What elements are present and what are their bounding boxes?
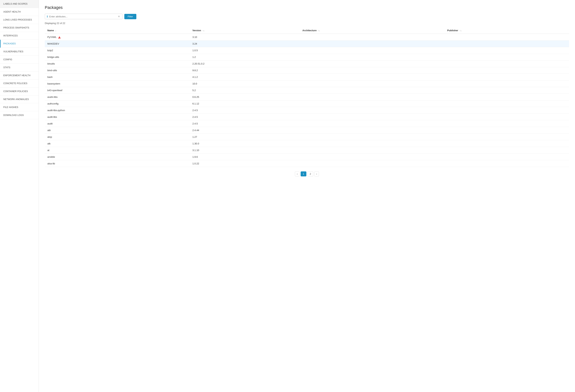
col-version[interactable]: Version ↑↓ (190, 27, 300, 34)
table-row[interactable]: attr2.4.44 (45, 127, 569, 134)
cell-architecture (300, 94, 445, 100)
sidebar-item-stats[interactable]: STATS (0, 64, 39, 71)
pagination: ‹ 1 2 › (45, 171, 569, 176)
sidebar-item-agent-health[interactable]: AGENT HEALTH (0, 8, 39, 16)
cell-publisher (445, 54, 569, 60)
filter-input[interactable] (49, 15, 118, 18)
table-row[interactable]: atop1.27 (45, 134, 569, 140)
cell-publisher (445, 107, 569, 114)
page-title: Packages (45, 5, 569, 10)
cell-name: atk (45, 140, 190, 147)
cell-name: audit-libs-python (45, 107, 190, 114)
table-row[interactable]: authconfig6.1.12 (45, 100, 569, 107)
table-row[interactable]: MAKEDEV3.24 (45, 41, 569, 47)
sidebar-item-long-lived-processes[interactable]: LONG LIVED PROCESSES (0, 16, 39, 24)
table-row[interactable]: avahi-libs0.6.25 (45, 94, 569, 100)
sidebar-item-packages[interactable]: PACKAGES (0, 40, 39, 48)
cell-name: ansible (45, 154, 190, 160)
table-row[interactable]: bash4.1.2 (45, 74, 569, 80)
table-row[interactable]: bridge-utils1.2 (45, 54, 569, 60)
cell-publisher (445, 67, 569, 74)
cell-version: 5.2 (190, 87, 300, 94)
cell-publisher (445, 87, 569, 94)
sidebar-item-config[interactable]: CONFIG (0, 56, 39, 64)
cell-publisher (445, 80, 569, 87)
col-name[interactable]: Name ↓ (45, 27, 190, 34)
table-row[interactable]: audit-libs2.4.5 (45, 114, 569, 120)
table-row[interactable]: b43-openfwwf5.2 (45, 87, 569, 94)
sidebar-item-concrete-policies[interactable]: CONCRETE POLICIES (0, 79, 39, 88)
col-architecture[interactable]: Architecture ↑↓ (300, 27, 445, 34)
cell-name: alsa-lib (45, 160, 190, 167)
table-row[interactable]: audit-libs-python2.4.5 (45, 107, 569, 114)
table-row[interactable]: at3.1.10 (45, 147, 569, 154)
cell-architecture (300, 140, 445, 147)
pagination-page-1[interactable]: 1 (301, 171, 306, 176)
cell-architecture (300, 107, 445, 114)
pagination-prev[interactable]: ‹ (295, 171, 299, 176)
sidebar-item-network-anomalies[interactable]: NETWORK ANOMALIES (0, 95, 39, 103)
cell-name: bind-utils (45, 67, 190, 74)
cell-architecture (300, 60, 445, 67)
table-row[interactable]: audit2.4.5 (45, 120, 569, 127)
pagination-next[interactable]: › (314, 171, 319, 176)
sidebar-item-file-hashes[interactable]: FILE HASHES (0, 103, 39, 111)
cell-name: bzip2 (45, 47, 190, 54)
cell-architecture (300, 100, 445, 107)
table-row[interactable]: binutils2.20.51.0.2 (45, 60, 569, 67)
cell-architecture (300, 74, 445, 80)
cell-name: basesystem (45, 80, 190, 87)
cell-version: 1.2 (190, 54, 300, 60)
cell-name: audit (45, 120, 190, 127)
cell-name: audit-libs (45, 114, 190, 120)
cell-publisher (445, 127, 569, 134)
cell-publisher (445, 60, 569, 67)
filter-button[interactable]: Filter (124, 14, 136, 19)
cell-name: atop (45, 134, 190, 140)
display-count: Displaying 22 of 22 (45, 22, 569, 24)
sidebar-item-interfaces[interactable]: INTERFACES (0, 32, 39, 40)
cell-architecture (300, 41, 445, 47)
info-icon: ℹ (47, 15, 48, 18)
cell-architecture (300, 160, 445, 167)
filter-clear-button[interactable]: ✕ (118, 15, 120, 18)
cell-publisher (445, 147, 569, 154)
cell-name: at (45, 147, 190, 154)
table-row[interactable]: bzip21.0.5 (45, 47, 569, 54)
sidebar-item-enforcement-health[interactable]: ENFORCEMENT HEALTH (0, 71, 39, 79)
cell-version: 1.27 (190, 134, 300, 140)
cell-version: 1.0.22 (190, 160, 300, 167)
table-row[interactable]: alsa-lib1.0.22 (45, 160, 569, 167)
sidebar-item-process-snapshots[interactable]: PROCESS SNAPSHOTS (0, 24, 39, 32)
sidebar-item-download-logs[interactable]: DOWNLOAD LOGS (0, 111, 39, 119)
cell-version: 0.6.25 (190, 94, 300, 100)
table-row[interactable]: PyYAML3.10 (45, 34, 569, 41)
filter-bar: ℹ ✕ Filter (45, 14, 569, 19)
col-publisher[interactable]: Publisher ↑↓ (445, 27, 569, 34)
cell-name: attr (45, 127, 190, 134)
cell-publisher (445, 47, 569, 54)
cell-architecture (300, 127, 445, 134)
table-row[interactable]: ansible1.9.6 (45, 154, 569, 160)
sidebar-item-vulnerabilities[interactable]: VULNERABILITIES (0, 48, 39, 56)
cell-name: bridge-utils (45, 54, 190, 60)
sort-icon-publisher: ↑↓ (459, 29, 462, 32)
cell-name: avahi-libs (45, 94, 190, 100)
warning-icon (58, 36, 61, 39)
cell-publisher (445, 41, 569, 47)
cell-architecture (300, 54, 445, 60)
sidebar-item-container-policies[interactable]: CONTAINER POLICIES (0, 88, 39, 95)
cell-name: binutils (45, 60, 190, 67)
sidebar-item-labels-and-scopes[interactable]: LABELS AND SCOPES (0, 0, 39, 8)
cell-publisher (445, 94, 569, 100)
sort-icon-version: ↑↓ (203, 29, 205, 32)
table-row[interactable]: bind-utils9.8.2 (45, 67, 569, 74)
cell-name: authconfig (45, 100, 190, 107)
cell-publisher (445, 154, 569, 160)
pagination-page-2[interactable]: 2 (308, 171, 313, 176)
table-row[interactable]: atk1.30.0 (45, 140, 569, 147)
cell-name: PyYAML (45, 34, 190, 41)
cell-version: 3.1.10 (190, 147, 300, 154)
cell-publisher (445, 100, 569, 107)
table-row[interactable]: basesystem10.0 (45, 80, 569, 87)
